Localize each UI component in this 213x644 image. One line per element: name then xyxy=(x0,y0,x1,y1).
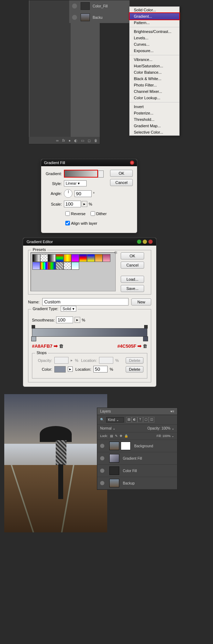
maximize-icon[interactable] xyxy=(143,240,147,244)
visibility-icon[interactable] xyxy=(100,456,104,460)
trash-icon[interactable]: 🗑 xyxy=(143,343,147,349)
menu-item[interactable]: Threshold... xyxy=(130,116,179,123)
menu-item[interactable]: Vibrance... xyxy=(130,56,179,63)
gradient-type-select[interactable]: Solid ▾ xyxy=(61,306,76,312)
color-picker-arrow[interactable]: ▸ xyxy=(68,366,73,372)
cancel-button[interactable]: Cancel xyxy=(121,262,144,269)
menu-item[interactable]: Hue/Saturation... xyxy=(130,63,179,69)
preset-swatch[interactable] xyxy=(103,254,110,262)
menu-item[interactable]: Pattern... xyxy=(130,19,179,26)
panel-menu-icon[interactable]: ▾≡ xyxy=(170,409,174,413)
preset-swatch[interactable] xyxy=(64,262,71,270)
preset-swatch[interactable] xyxy=(48,254,56,262)
fx-icon[interactable]: fx xyxy=(62,139,65,142)
load-button[interactable]: Load... xyxy=(121,276,144,283)
visibility-icon[interactable] xyxy=(72,4,77,9)
angle-input[interactable] xyxy=(75,190,92,197)
scale-input[interactable] xyxy=(64,201,81,207)
new-button[interactable]: New xyxy=(131,298,151,306)
preset-swatch[interactable] xyxy=(71,254,79,262)
trash-icon[interactable]: 🗑 xyxy=(94,139,98,142)
preset-swatch[interactable] xyxy=(32,254,40,262)
lock-icon[interactable]: ▤ xyxy=(110,434,113,438)
preset-swatch[interactable] xyxy=(32,262,40,270)
menu-item[interactable]: Gradient... xyxy=(129,12,180,20)
preset-swatch[interactable] xyxy=(87,254,95,262)
name-input[interactable] xyxy=(42,298,129,306)
save-button[interactable]: Save... xyxy=(121,285,144,292)
minimize-icon[interactable] xyxy=(137,240,141,244)
visibility-icon[interactable] xyxy=(100,469,104,473)
layer-row[interactable]: Backu xyxy=(69,12,130,23)
mask-icon[interactable]: ● xyxy=(69,139,71,142)
preset-swatch[interactable] xyxy=(64,254,71,262)
preset-swatch[interactable] xyxy=(79,254,87,262)
smoothness-input[interactable] xyxy=(56,317,73,323)
ok-button[interactable]: OK xyxy=(110,170,133,177)
gradient-picker[interactable] xyxy=(64,170,98,178)
opacity-stop[interactable] xyxy=(144,325,148,329)
preset-swatch[interactable] xyxy=(48,262,56,270)
menu-item[interactable]: Color Balance... xyxy=(130,69,179,75)
menu-item[interactable]: Posterize... xyxy=(130,110,179,116)
opacity-value[interactable]: 100% xyxy=(162,426,171,430)
layers-tab[interactable]: Layers xyxy=(100,409,111,413)
delete-button[interactable]: Delete xyxy=(126,366,143,373)
menu-item[interactable]: Channel Mixer... xyxy=(130,88,179,95)
lock-icon[interactable]: ✎ xyxy=(115,434,118,438)
menu-item[interactable]: Photo Filter... xyxy=(130,82,179,88)
opacity-stop[interactable] xyxy=(32,325,35,329)
menu-item[interactable]: Levels... xyxy=(130,35,179,41)
preset-swatches[interactable] xyxy=(31,252,116,291)
preset-swatch[interactable] xyxy=(56,262,64,270)
filter-icon[interactable]: ◫ xyxy=(149,417,154,422)
menu-item[interactable]: Invert xyxy=(130,103,179,110)
preset-swatch[interactable] xyxy=(40,254,48,262)
color-stop[interactable] xyxy=(31,336,36,341)
new-layer-icon[interactable]: ◻ xyxy=(88,139,91,142)
gear-icon[interactable]: ✲ xyxy=(114,250,118,255)
layer-row[interactable]: Color_Fill xyxy=(69,0,130,12)
filter-icon[interactable]: ▤ xyxy=(126,417,132,422)
menu-item[interactable]: Black & White... xyxy=(130,75,179,82)
layer-row[interactable]: Color Fill xyxy=(97,465,177,477)
preset-swatch[interactable] xyxy=(40,262,48,270)
visibility-icon[interactable] xyxy=(100,481,104,485)
adjustment-icon[interactable]: ◐ xyxy=(74,139,77,142)
filter-icon[interactable]: T xyxy=(137,417,143,422)
lock-icon[interactable]: ✥ xyxy=(120,434,122,438)
filter-icon[interactable]: ▢ xyxy=(143,417,149,422)
filter-icon[interactable]: ◐ xyxy=(132,417,137,422)
reverse-checkbox[interactable]: Reverse xyxy=(64,210,86,217)
menu-item[interactable]: Gradient Map... xyxy=(130,123,179,129)
color-stop[interactable] xyxy=(143,336,148,341)
close-icon[interactable] xyxy=(148,240,153,244)
layer-row[interactable]: Background xyxy=(97,440,177,452)
scale-stepper[interactable]: ▸ xyxy=(82,201,87,207)
color-swatch[interactable] xyxy=(54,366,66,373)
lock-icon[interactable]: 🔒 xyxy=(124,434,128,438)
preset-swatch[interactable] xyxy=(56,254,64,262)
smoothness-stepper[interactable]: ▸ xyxy=(75,317,80,323)
menu-item[interactable]: Selective Color... xyxy=(130,129,179,135)
layer-row[interactable]: Backup xyxy=(97,477,177,489)
location-input[interactable] xyxy=(93,366,108,373)
menu-item[interactable]: Exposure... xyxy=(130,47,179,54)
group-icon[interactable]: ▭ xyxy=(81,139,84,142)
align-checkbox[interactable]: Align with layer xyxy=(64,220,97,226)
layer-row[interactable]: Gradient Fill xyxy=(97,452,177,465)
style-select[interactable]: Linear ▾ xyxy=(64,180,87,186)
ok-button[interactable]: OK xyxy=(121,252,144,259)
angle-dial[interactable] xyxy=(64,189,72,198)
gradient-bar[interactable] xyxy=(32,328,147,337)
menu-item[interactable]: Color Lookup... xyxy=(130,95,179,101)
trash-icon[interactable]: 🗑 xyxy=(59,343,64,349)
visibility-icon[interactable] xyxy=(100,444,104,448)
menu-item[interactable]: Curves... xyxy=(130,41,179,47)
close-icon[interactable] xyxy=(130,161,134,165)
visibility-icon[interactable] xyxy=(72,15,77,20)
cancel-button[interactable]: Cancel xyxy=(110,179,133,186)
fill-value[interactable]: 100% xyxy=(162,434,170,438)
preset-swatch[interactable] xyxy=(71,262,79,270)
preset-swatch[interactable] xyxy=(95,254,103,262)
